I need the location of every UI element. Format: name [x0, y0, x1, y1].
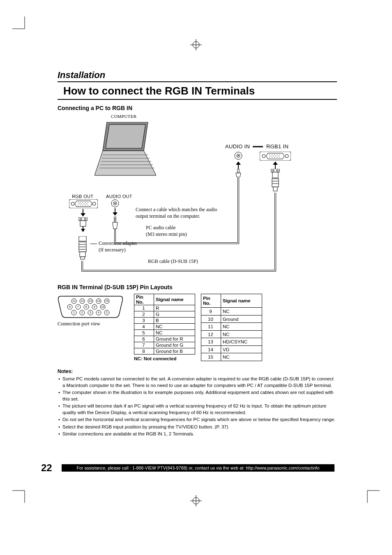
svg-text:5: 5: [106, 311, 108, 314]
list-item: Select the desired RGB input position by…: [58, 424, 337, 431]
svg-text:6: 6: [69, 305, 71, 308]
audio-cable-hint-1: Connect a cable which matches the audio: [136, 207, 217, 212]
svg-point-18: [78, 202, 78, 203]
svg-point-63: [269, 154, 270, 155]
table-row: 6Ground for R: [134, 336, 195, 342]
svg-rect-89: [273, 187, 277, 191]
svg-text:15: 15: [105, 299, 108, 302]
svg-point-22: [88, 202, 88, 203]
table-row: 9NC: [201, 308, 262, 315]
svg-point-24: [81, 203, 82, 204]
pin-tables: Pin No.Signal name 1R 2G 3B 4NC 5NC 6Gro…: [134, 294, 262, 361]
table-row: 10Ground: [201, 315, 262, 323]
svg-point-49: [115, 203, 116, 204]
list-item: Some PC models cannot be connected to th…: [58, 376, 337, 389]
crop-mark-icon: [362, 485, 380, 503]
registration-mark-icon: [190, 39, 202, 52]
notes-heading: Notes:: [58, 368, 337, 374]
pin-table-right: Pin No.Signal name 9NC 10Ground 11NC 12N…: [201, 294, 262, 361]
svg-marker-33: [81, 213, 85, 216]
svg-point-20: [83, 202, 83, 203]
svg-marker-9: [95, 151, 156, 175]
audio-out-label: AUDIO OUT: [106, 194, 132, 199]
computer-label: COMPUTER: [111, 114, 136, 119]
pin-layout-heading: RGB IN Terminal (D-SUB 15P) Pin Layouts: [58, 284, 337, 290]
svg-text:1: 1: [73, 311, 75, 314]
minijack-plug-icon: [111, 216, 119, 235]
callout-line: [90, 244, 97, 244]
svg-rect-85: [272, 172, 278, 178]
audio-in-label: AUDIO IN: [225, 143, 250, 150]
table-row: 12NC: [201, 330, 262, 338]
table-row: 2G: [134, 311, 195, 318]
rgb-out-label: RGB OUT: [72, 194, 93, 199]
rgb-cable-label: RGB cable (D-SUB 15P): [148, 258, 198, 265]
svg-point-26: [86, 203, 87, 204]
minijack-plug-icon: [234, 169, 242, 179]
minijack-port-icon: [234, 152, 242, 161]
svg-point-31: [88, 205, 88, 205]
dsub-port-icon: [260, 152, 291, 162]
svg-point-21: [85, 202, 86, 203]
svg-point-72: [269, 157, 270, 158]
list-item: Similar connections are available at the…: [58, 431, 337, 438]
table-row: 14VD: [201, 345, 262, 353]
svg-text:10: 10: [101, 305, 104, 308]
list-item: The computer shown in the illustration i…: [58, 389, 337, 402]
conversion-adapter-icon: [76, 236, 89, 263]
svg-rect-45: [80, 252, 85, 257]
table-row: 5NC: [134, 330, 195, 336]
svg-text:12: 12: [81, 299, 84, 302]
conversion-adapter-note: (If necessary): [99, 247, 126, 253]
port-caption: Connection port view: [58, 321, 123, 327]
svg-rect-37: [80, 221, 86, 226]
dsub-plug-icon: [270, 169, 281, 194]
svg-point-76: [279, 157, 280, 158]
arrow-down-icon: [80, 209, 86, 218]
notes-list: Some PC models cannot be connected to th…: [58, 376, 337, 438]
table-row: 11NC: [201, 323, 262, 331]
svg-rect-86: [272, 179, 279, 187]
svg-point-65: [274, 154, 275, 155]
svg-point-71: [278, 156, 279, 157]
svg-point-25: [84, 203, 85, 204]
th-pin: Pin No.: [201, 294, 221, 308]
svg-marker-39: [81, 229, 85, 232]
svg-point-27: [78, 205, 78, 205]
table-row: 13HD/CSYNC: [201, 338, 262, 346]
table-row: 4NC: [134, 324, 195, 330]
svg-rect-46: [81, 257, 85, 259]
section-title: Installation: [58, 70, 337, 82]
conversion-adapter-label: Conversion adapter: [99, 240, 137, 246]
svg-point-30: [85, 205, 86, 205]
svg-text:14: 14: [97, 299, 100, 302]
th-signal: Signal name: [154, 294, 195, 305]
table-row: 1R: [134, 305, 195, 311]
dsub-pinout-icon: 1112131415 678910 12345: [58, 294, 123, 318]
svg-rect-81: [238, 169, 239, 173]
svg-text:3: 3: [90, 311, 91, 314]
table-row: 7Ground for G: [134, 342, 195, 348]
th-signal: Signal name: [221, 294, 262, 308]
svg-point-73: [272, 157, 272, 158]
arrow-down-icon: [112, 208, 118, 217]
svg-point-66: [277, 154, 277, 155]
svg-point-74: [274, 157, 275, 158]
table-row: 3B: [134, 318, 195, 324]
svg-rect-40: [79, 236, 86, 241]
svg-text:9: 9: [94, 305, 95, 308]
svg-point-68: [270, 156, 271, 157]
connection-diagram: COMPUTER RGB OUT: [58, 114, 337, 278]
svg-text:2: 2: [81, 311, 83, 314]
svg-text:13: 13: [89, 299, 92, 302]
minijack-port-icon: [111, 199, 119, 209]
svg-point-64: [272, 154, 272, 155]
main-title: How to connect the RGB IN Terminals: [58, 85, 337, 97]
rgb1-in-label: RGB1 IN: [266, 143, 288, 150]
svg-point-75: [277, 157, 277, 158]
assistance-bar: For assistance, please call : 1-888-VIEW…: [62, 464, 334, 472]
svg-point-59: [238, 155, 239, 157]
svg-text:4: 4: [98, 311, 99, 314]
crop-mark-icon: [12, 485, 30, 503]
list-item: Do not set the horizontal and vertical s…: [58, 417, 337, 423]
